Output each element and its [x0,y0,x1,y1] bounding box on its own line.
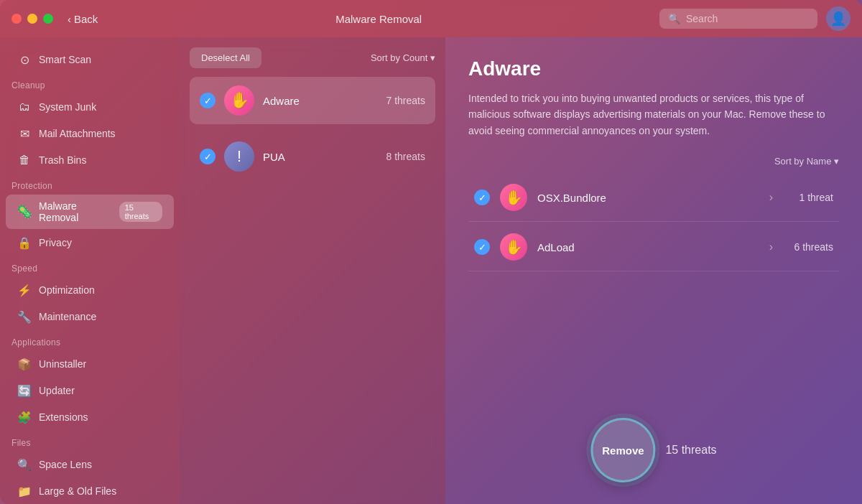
privacy-icon: 🔒 [17,235,32,250]
minimize-button[interactable] [27,14,37,24]
back-nav: ‹ Back [68,13,98,25]
smart-scan-icon: ⊙ [17,52,32,67]
sidebar-category-protection: Protection [0,174,180,194]
remove-button[interactable]: Remove [590,418,655,482]
adware-icon: ✋ [224,85,254,116]
deselect-all-button[interactable]: Deselect All [190,47,261,68]
pua-count: 8 threats [386,151,425,162]
threats-panel: Deselect All Sort by Count ▾ ✓ ✋ Adware … [180,37,445,504]
adload-name: AdLoad [537,241,759,253]
sidebar-item-uninstaller[interactable]: 📦 Uninstaller [6,351,174,377]
adware-check: ✓ [200,93,216,108]
search-icon: 🔍 [668,13,680,24]
sidebar-label-large-files: Large & Old Files [39,485,116,497]
app-window: ‹ Back Malware Removal 🔍 👤 ⊙ Smart Scan … [0,0,862,504]
sidebar-label-extensions: Extensions [39,411,88,423]
hand-icon: ✋ [230,91,249,110]
sidebar-item-smart-scan[interactable]: ⊙ Smart Scan [6,47,174,73]
sidebar-item-system-junk[interactable]: 🗂 System Junk [6,94,174,120]
sidebar-label-system-junk: System Junk [39,101,96,113]
close-button[interactable] [11,14,22,24]
sidebar-category-files: Files [0,431,180,451]
adload-chevron: › [769,241,773,253]
main-layout: ⊙ Smart Scan Cleanup 🗂 System Junk ✉ Mai… [0,37,862,504]
bundlore-check: ✓ [474,190,490,205]
sidebar-item-optimization[interactable]: ⚡ Optimization [6,277,174,303]
traffic-lights [11,14,53,24]
sort-by-count[interactable]: Sort by Count ▾ [371,52,435,63]
bottom-bar: Remove 15 threats [590,418,716,482]
space-lens-icon: 🔍 [17,457,32,472]
sidebar-label-privacy: Privacy [39,237,72,248]
sidebar-label-smart-scan: Smart Scan [39,54,91,65]
sidebar-label-updater: Updater [39,385,75,396]
avatar[interactable]: 👤 [826,6,851,31]
malware-item-adload[interactable]: ✓ ✋ AdLoad › 6 threats [468,223,839,271]
uninstaller-icon: 📦 [17,357,32,371]
sidebar-label-space-lens: Space Lens [39,459,92,470]
sidebar-item-updater[interactable]: 🔄 Updater [6,378,174,403]
detail-panel: Adware Intended to trick you into buying… [445,37,862,504]
malware-item-bundlore[interactable]: ✓ ✋ OSX.Bundlore › 1 threat [468,174,839,222]
search-input[interactable] [686,13,809,24]
sidebar-item-maintenance[interactable]: 🔧 Maintenance [6,304,174,330]
adload-check: ✓ [474,239,490,255]
system-junk-icon: 🗂 [17,100,32,114]
pua-check: ✓ [200,149,216,164]
sidebar-label-maintenance: Maintenance [39,311,96,322]
sidebar: ⊙ Smart Scan Cleanup 🗂 System Junk ✉ Mai… [0,37,180,504]
threat-item-adware[interactable]: ✓ ✋ Adware 7 threats [190,77,435,124]
malware-list: ✓ ✋ OSX.Bundlore › 1 threat ✓ ✋ [468,174,839,271]
sidebar-label-malware: Malware Removal [39,200,112,223]
sidebar-item-space-lens[interactable]: 🔍 Space Lens [6,452,174,477]
bundlore-name: OSX.Bundlore [537,192,759,204]
sort-name-row: Sort by Name ▾ [468,156,839,167]
maximize-button[interactable] [43,14,53,24]
content-area: Deselect All Sort by Count ▾ ✓ ✋ Adware … [180,37,862,504]
sidebar-item-large-old-files[interactable]: 📁 Large & Old Files [6,478,174,504]
sidebar-category-cleanup: Cleanup [0,73,180,93]
malware-badge: 15 threats [119,202,162,222]
title-bar: ‹ Back Malware Removal 🔍 👤 [0,0,862,37]
sidebar-item-malware-removal[interactable]: 🦠 Malware Removal 15 threats [6,195,174,229]
detail-description: Intended to trick you into buying unwant… [468,90,839,139]
back-button[interactable]: ‹ Back [68,13,98,25]
malware-icon: 🦠 [17,205,32,219]
chevron-left-icon: ‹ [68,13,71,25]
threats-toolbar: Deselect All Sort by Count ▾ [190,47,435,68]
avatar-icon: 👤 [830,11,846,27]
large-files-icon: 📁 [17,484,32,498]
sidebar-label-trash: Trash Bins [39,154,86,166]
sidebar-category-speed: Speed [0,256,180,276]
sidebar-item-trash-bins[interactable]: 🗑 Trash Bins [6,147,174,173]
exclamation-icon: ! [237,147,241,166]
search-bar[interactable]: 🔍 [659,9,817,29]
pua-name: PUA [263,151,378,163]
extensions-icon: 🧩 [17,410,32,424]
bundlore-count: 1 threat [783,192,833,203]
sidebar-item-mail-attachments[interactable]: ✉ Mail Attachments [6,121,174,146]
sort-by-name[interactable]: Sort by Name ▾ [774,156,839,167]
adware-name: Adware [263,95,378,107]
back-label: Back [74,13,98,25]
adload-count: 6 threats [783,241,833,253]
sidebar-label-mail: Mail Attachments [39,128,116,139]
bundlore-icon: ✋ [500,184,527,211]
sidebar-item-privacy[interactable]: 🔒 Privacy [6,230,174,256]
detail-title: Adware [468,57,839,80]
adload-icon: ✋ [500,233,527,261]
adware-count: 7 threats [386,95,425,106]
trash-icon: 🗑 [17,153,32,167]
sidebar-label-uninstaller: Uninstaller [39,358,86,370]
pua-icon: ! [224,141,254,172]
sidebar-label-optimization: Optimization [39,284,95,296]
maintenance-icon: 🔧 [17,309,32,324]
optimization-icon: ⚡ [17,283,32,297]
hand-stop-icon-2: ✋ [505,238,523,256]
bundlore-chevron: › [769,191,773,204]
sidebar-category-applications: Applications [0,330,180,350]
hand-stop-icon: ✋ [505,189,523,206]
threat-item-pua[interactable]: ✓ ! PUA 8 threats [190,133,435,180]
window-title: Malware Removal [106,13,651,25]
sidebar-item-extensions[interactable]: 🧩 Extensions [6,404,174,430]
